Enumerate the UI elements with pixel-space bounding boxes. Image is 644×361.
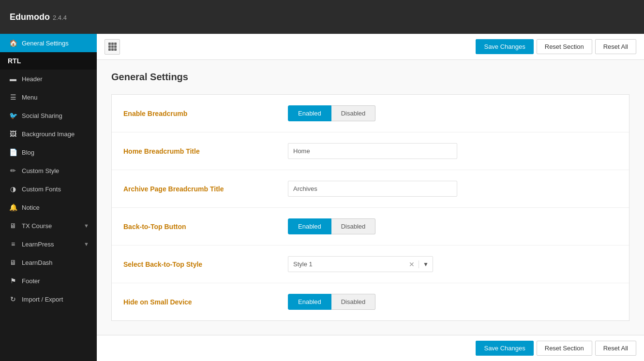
enable-breadcrumb-enabled-btn[interactable]: Enabled xyxy=(288,105,331,121)
home-breadcrumb-title-control xyxy=(288,143,617,159)
main-layout: 🏠 General Settings RTL ▬ Header ☰ Menu 🐦… xyxy=(0,34,644,361)
sidebar-item-custom-fonts[interactable]: ◑ Custom Fonts xyxy=(0,180,97,198)
select-clear-icon[interactable]: ✕ xyxy=(405,260,419,268)
menu-icon: ☰ xyxy=(9,93,17,101)
page-title: General Settings xyxy=(111,72,629,83)
sidebar-item-label: Header xyxy=(22,75,43,83)
app-title: Edumodo2.4.4 xyxy=(10,12,67,22)
form-row-hide-on-small-device: Hide on Small Device Enabled Disabled xyxy=(112,283,629,320)
header-icon: ▬ xyxy=(9,75,17,83)
grid-view-button[interactable] xyxy=(105,39,120,55)
sidebar-item-menu[interactable]: ☰ Menu xyxy=(0,88,97,106)
form-row-back-to-top-style: Select Back-to-Top Style Style 1 ✕ ▼ xyxy=(112,245,629,283)
enable-breadcrumb-disabled-btn[interactable]: Disabled xyxy=(331,105,376,121)
back-to-top-style-label: Select Back-to-Top Style xyxy=(123,260,288,268)
sidebar-item-notice[interactable]: 🔔 Notice xyxy=(0,198,97,217)
content-area: Save Changes Reset Section Reset All Gen… xyxy=(97,34,644,361)
pen-icon: ✏ xyxy=(9,167,17,174)
bell-icon: 🔔 xyxy=(9,203,17,211)
back-to-top-disabled-btn[interactable]: Disabled xyxy=(331,218,376,234)
home-breadcrumb-title-input[interactable] xyxy=(288,143,457,159)
flag-icon: ⚑ xyxy=(9,277,17,285)
home-icon: 🏠 xyxy=(9,39,17,47)
grid-icon xyxy=(108,43,117,51)
sidebar-item-label: Background Image xyxy=(22,130,75,138)
app-version: 2.4.4 xyxy=(53,14,67,21)
sidebar-item-label: Import / Export xyxy=(22,296,63,303)
hide-on-small-device-toggle: Enabled Disabled xyxy=(288,294,617,310)
top-bar: Edumodo2.4.4 xyxy=(0,0,644,34)
form-row-back-to-top-button: Back-to-Top Button Enabled Disabled xyxy=(112,208,629,245)
sidebar: 🏠 General Settings RTL ▬ Header ☰ Menu 🐦… xyxy=(0,34,97,361)
sidebar-item-import-export[interactable]: ↻ Import / Export xyxy=(0,290,97,308)
sidebar-item-blog[interactable]: 📄 Blog xyxy=(0,143,97,161)
hide-on-small-device-enabled-btn[interactable]: Enabled xyxy=(288,294,331,310)
sidebar-item-label: LearnDash xyxy=(22,259,53,266)
sidebar-item-tx-course[interactable]: 🖥 TX Course ▼ xyxy=(0,217,97,235)
save-changes-button-bottom[interactable]: Save Changes xyxy=(476,341,533,356)
sidebar-item-label: Custom Style xyxy=(22,167,59,174)
enable-breadcrumb-toggle: Enabled Disabled xyxy=(288,105,617,121)
list-icon: ≡ xyxy=(9,240,17,248)
archive-breadcrumb-title-label: Archive Page Breadcrumb Title xyxy=(123,185,288,193)
back-to-top-enabled-btn[interactable]: Enabled xyxy=(288,218,331,234)
sidebar-item-label: Notice xyxy=(22,204,40,211)
sidebar-item-custom-style[interactable]: ✏ Custom Style xyxy=(0,161,97,180)
back-to-top-style-control: Style 1 ✕ ▼ xyxy=(288,256,617,272)
bottom-toolbar: Save Changes Reset Section Reset All xyxy=(97,335,644,361)
top-toolbar: Save Changes Reset Section Reset All xyxy=(97,34,644,60)
archive-breadcrumb-title-control xyxy=(288,181,617,197)
back-to-top-toggle: Enabled Disabled xyxy=(288,218,617,234)
select-arrow-icon[interactable]: ▼ xyxy=(419,261,433,268)
toolbar-right: Save Changes Reset Section Reset All xyxy=(476,39,636,54)
form-row-home-breadcrumb-title: Home Breadcrumb Title xyxy=(112,132,629,170)
reset-all-button-bottom[interactable]: Reset All xyxy=(595,341,636,356)
image-icon: 🖼 xyxy=(9,130,17,138)
sidebar-item-rtl[interactable]: RTL xyxy=(0,52,97,70)
sidebar-item-label: Blog xyxy=(22,149,34,156)
form-row-archive-breadcrumb-title: Archive Page Breadcrumb Title xyxy=(112,170,629,208)
sidebar-item-learnpress[interactable]: ≡ LearnPress ▼ xyxy=(0,235,97,253)
sidebar-item-general-settings[interactable]: 🏠 General Settings xyxy=(0,34,97,52)
sidebar-item-header[interactable]: ▬ Header xyxy=(0,70,97,88)
form-row-enable-breadcrumb: Enable Breadcrumb Enabled Disabled xyxy=(112,95,629,132)
sidebar-item-social-sharing[interactable]: 🐦 Social Sharing xyxy=(0,106,97,125)
toolbar-left xyxy=(105,39,120,55)
sidebar-item-label: Menu xyxy=(22,94,38,101)
sidebar-item-learndash[interactable]: 🖥 LearnDash xyxy=(0,253,97,272)
sidebar-item-footer[interactable]: ⚑ Footer xyxy=(0,272,97,290)
enable-breadcrumb-control: Enabled Disabled xyxy=(288,105,617,121)
home-breadcrumb-title-label: Home Breadcrumb Title xyxy=(123,147,288,155)
enable-breadcrumb-label: Enable Breadcrumb xyxy=(123,110,288,117)
sidebar-item-label: Footer xyxy=(22,277,40,285)
twitter-icon: 🐦 xyxy=(9,112,17,119)
back-to-top-button-label: Back-to-Top Button xyxy=(123,223,288,231)
reset-section-button-top[interactable]: Reset Section xyxy=(537,39,592,54)
circle-half-icon: ◑ xyxy=(9,185,17,193)
blog-icon: 📄 xyxy=(9,148,17,156)
sidebar-item-label: Social Sharing xyxy=(22,112,62,119)
sidebar-item-label: TX Course xyxy=(22,222,52,230)
sidebar-item-label: RTL xyxy=(8,57,21,65)
archive-breadcrumb-title-input[interactable] xyxy=(288,181,457,197)
chevron-down-icon: ▼ xyxy=(84,241,89,247)
hide-on-small-device-label: Hide on Small Device xyxy=(123,298,288,306)
back-to-top-style-value: Style 1 xyxy=(288,257,405,272)
content-scroll: General Settings Enable Breadcrumb Enabl… xyxy=(97,60,644,335)
sidebar-item-label: Custom Fonts xyxy=(22,186,61,193)
reset-section-button-bottom[interactable]: Reset Section xyxy=(537,341,592,356)
monitor-icon: 🖥 xyxy=(9,222,17,230)
sidebar-item-background-image[interactable]: 🖼 Background Image xyxy=(0,125,97,143)
back-to-top-button-control: Enabled Disabled xyxy=(288,218,617,234)
monitor2-icon: 🖥 xyxy=(9,259,17,266)
sidebar-item-label: LearnPress xyxy=(22,241,54,248)
hide-on-small-device-control: Enabled Disabled xyxy=(288,294,617,310)
form-section: Enable Breadcrumb Enabled Disabled Home … xyxy=(111,94,629,321)
reset-all-button-top[interactable]: Reset All xyxy=(595,39,636,54)
back-to-top-style-select[interactable]: Style 1 ✕ ▼ xyxy=(288,256,433,272)
chevron-down-icon: ▼ xyxy=(84,223,89,229)
save-changes-button-top[interactable]: Save Changes xyxy=(476,39,533,54)
sidebar-item-label: General Settings xyxy=(22,40,69,47)
refresh-icon: ↻ xyxy=(9,295,17,303)
hide-on-small-device-disabled-btn[interactable]: Disabled xyxy=(331,294,376,310)
